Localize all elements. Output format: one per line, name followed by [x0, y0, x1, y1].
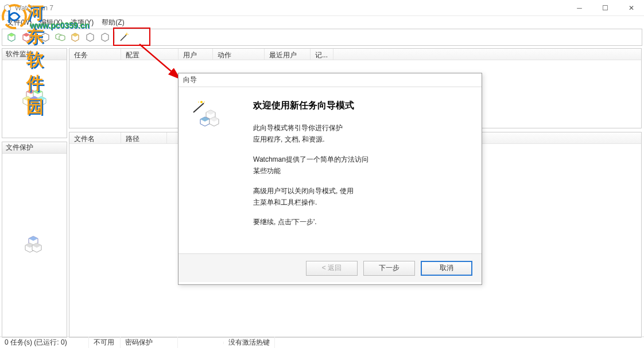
- wizard-cancel-button[interactable]: 取消: [421, 261, 472, 276]
- wand-icon: [119, 32, 129, 42]
- wizard-title: 向导: [179, 73, 482, 87]
- col-config[interactable]: 配置: [121, 49, 179, 60]
- wizard-p1b: 应用程序, 文档, 和资源.: [253, 134, 470, 145]
- toolbar-wizard-button[interactable]: [117, 30, 131, 44]
- svg-line-13: [121, 35, 126, 41]
- wizard-next-button[interactable]: 下一步: [363, 261, 415, 276]
- title-bar: Watchman 7 ─ ☐ ✕: [0, 0, 644, 16]
- menu-file[interactable]: 文件(W): [3, 17, 35, 29]
- window-title: Watchman 7: [15, 4, 53, 12]
- svg-marker-12: [102, 33, 108, 41]
- wizard-p4: 要继续, 点击'下一步'.: [253, 216, 470, 228]
- tasks-header: 任务 配置 用户 动作 最近用户 记...: [69, 49, 641, 60]
- wizard-back-button: < 返回: [306, 261, 358, 276]
- menu-options[interactable]: 选项(Y): [67, 17, 97, 29]
- sidebar: 软件监控 文件保护: [0, 48, 69, 338]
- toolbar-btn-2[interactable]: [20, 30, 33, 44]
- wizard-wand-cubes-icon: [190, 100, 224, 134]
- menu-edit[interactable]: 编辑(X): [36, 17, 66, 29]
- col-filename[interactable]: 文件名: [69, 132, 121, 143]
- sidebar-panel-protect[interactable]: 文件保护: [2, 142, 67, 338]
- menu-help[interactable]: 帮助(Z): [98, 17, 127, 29]
- col-path[interactable]: 路径: [121, 132, 167, 143]
- wizard-p2a: Watchman提供了一个简单的方法访问: [253, 154, 470, 165]
- status-bar: 0 任务(s) (已运行: 0) 不可用 密码保护 没有激活热键: [0, 337, 644, 348]
- minimize-button[interactable]: ─: [567, 0, 592, 16]
- wizard-heading: 欢迎使用新任务向导模式: [253, 100, 470, 112]
- svg-marker-1: [5, 4, 11, 11]
- toolbar-btn-1[interactable]: [5, 30, 18, 44]
- status-hotkey: 没有激活热键: [224, 337, 275, 348]
- toolbar-separator-2: [114, 32, 115, 43]
- col-task[interactable]: 任务: [69, 49, 121, 60]
- col-recent-user[interactable]: 最近用户: [265, 49, 311, 60]
- svg-marker-11: [87, 33, 94, 41]
- col-action[interactable]: 动作: [213, 49, 265, 60]
- svg-marker-8: [59, 35, 65, 41]
- toolbar-btn-3[interactable]: [38, 30, 52, 44]
- col-record[interactable]: 记...: [311, 49, 333, 60]
- status-empty: [178, 342, 224, 344]
- wizard-button-row: < 返回 下一步 取消: [179, 253, 482, 282]
- maximize-button[interactable]: ☐: [592, 0, 618, 16]
- wizard-p3b: 主菜单和工具栏操作.: [253, 197, 470, 208]
- col-user[interactable]: 用户: [179, 49, 213, 60]
- status-tasks: 0 任务(s) (已运行: 0): [0, 337, 89, 348]
- svg-marker-6: [42, 33, 49, 41]
- close-button[interactable]: ✕: [618, 0, 644, 16]
- toolbar-separator-1: [36, 32, 36, 43]
- cubes-icon: [21, 85, 48, 112]
- status-available: 不可用: [89, 337, 121, 348]
- menu-bar: 文件(W) 编辑(X) 选项(Y) 帮助(Z): [0, 16, 644, 29]
- wizard-p1a: 此向导模式将引导你进行保护: [253, 122, 470, 134]
- wizard-p2b: 某些功能: [253, 165, 470, 177]
- app-icon: [3, 4, 11, 12]
- toolbar-btn-5[interactable]: [68, 30, 82, 44]
- toolbar-btn-6[interactable]: [83, 30, 97, 44]
- svg-point-14: [126, 34, 127, 35]
- cubes-small-icon: [21, 232, 48, 259]
- sidebar-protect-label: 文件保护: [2, 142, 67, 154]
- toolbar: [2, 29, 642, 46]
- sidebar-panel-monitor[interactable]: 软件监控: [2, 48, 67, 138]
- svg-line-35: [193, 103, 204, 112]
- status-password: 密码保护: [121, 337, 178, 348]
- sidebar-monitor-label: 软件监控: [2, 49, 67, 60]
- svg-point-36: [200, 101, 203, 103]
- toolbar-btn-7[interactable]: [98, 30, 112, 44]
- toolbar-btn-4[interactable]: [53, 30, 67, 44]
- wizard-p3a: 高级用户可以关闭向导模式, 使用: [253, 185, 470, 197]
- wizard-dialog: 向导 欢迎使用新任务向导模式 此向导模式将引导你进行保护 应用程序, 文档, 和…: [178, 73, 482, 285]
